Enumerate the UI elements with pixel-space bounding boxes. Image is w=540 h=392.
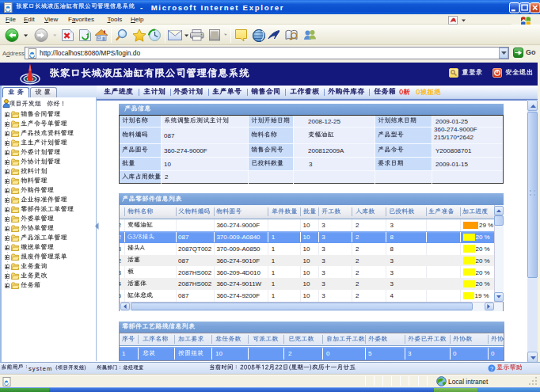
svg-text:?: ?	[489, 364, 492, 371]
